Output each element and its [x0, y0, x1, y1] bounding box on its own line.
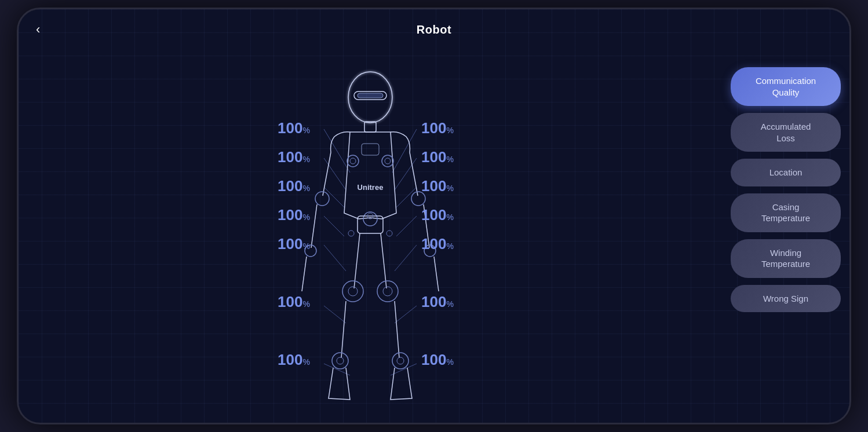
svg-text:100%: 100%: [421, 293, 454, 310]
btn-communication-quality[interactable]: CommunicationQuality: [731, 67, 841, 106]
svg-line-10: [396, 216, 417, 236]
svg-text:100%: 100%: [278, 177, 310, 195]
robot-svg: Unitree: [260, 63, 480, 410]
svg-text:100%: 100%: [421, 351, 454, 368]
svg-text:Unitree: Unitree: [358, 183, 384, 192]
svg-point-35: [392, 353, 409, 369]
svg-point-25: [315, 192, 329, 206]
device-frame: ‹ Robot: [17, 8, 851, 424]
btn-casing-temperature[interactable]: CasingTemperature: [731, 193, 841, 232]
svg-text:100%: 100%: [421, 235, 454, 252]
btn-location[interactable]: Location: [731, 159, 841, 186]
robot-area: Unitree: [19, 50, 722, 423]
svg-text:100%: 100%: [278, 293, 310, 310]
svg-point-30: [342, 281, 363, 302]
svg-line-4: [324, 245, 346, 271]
svg-rect-18: [362, 144, 379, 155]
svg-point-36: [337, 357, 344, 364]
main-content: Unitree: [19, 50, 849, 423]
svg-text:100%: 100%: [278, 351, 310, 368]
svg-text:100%: 100%: [421, 119, 454, 137]
screen: ‹ Robot: [19, 9, 849, 423]
svg-point-40: [386, 230, 392, 236]
svg-line-0: [324, 129, 350, 173]
svg-text:100%: 100%: [421, 177, 454, 195]
svg-text:100%: 100%: [421, 206, 454, 224]
btn-winding-temperature[interactable]: WindingTemperature: [731, 239, 841, 278]
btn-wrong-sign[interactable]: Wrong Sign: [731, 285, 841, 313]
svg-point-20: [347, 155, 359, 167]
page-title: Robot: [417, 23, 451, 36]
svg-point-31: [377, 281, 398, 302]
back-button[interactable]: ‹: [36, 22, 40, 37]
svg-line-12: [395, 306, 417, 323]
svg-text:100%: 100%: [278, 206, 310, 224]
svg-line-5: [324, 306, 346, 323]
svg-point-33: [383, 287, 392, 296]
svg-line-2: [324, 187, 344, 207]
svg-text:100%: 100%: [421, 148, 454, 166]
svg-point-22: [382, 155, 393, 167]
svg-text:100%: 100%: [278, 119, 310, 137]
svg-line-11: [395, 245, 417, 271]
svg-point-37: [397, 357, 404, 364]
svg-point-34: [332, 353, 348, 369]
svg-point-23: [385, 158, 391, 164]
svg-point-32: [348, 287, 358, 296]
svg-line-3: [324, 216, 344, 236]
svg-text:100%: 100%: [278, 235, 310, 252]
svg-point-21: [350, 158, 356, 164]
btn-accumulated-loss[interactable]: AccumulatedLoss: [731, 113, 841, 152]
svg-text:100%: 100%: [278, 148, 310, 166]
svg-rect-16: [358, 93, 383, 98]
header: ‹ Robot: [19, 9, 849, 50]
svg-line-9: [396, 187, 417, 207]
sidebar: CommunicationQuality AccumulatedLoss Loc…: [722, 50, 849, 423]
svg-point-38: [348, 230, 354, 236]
